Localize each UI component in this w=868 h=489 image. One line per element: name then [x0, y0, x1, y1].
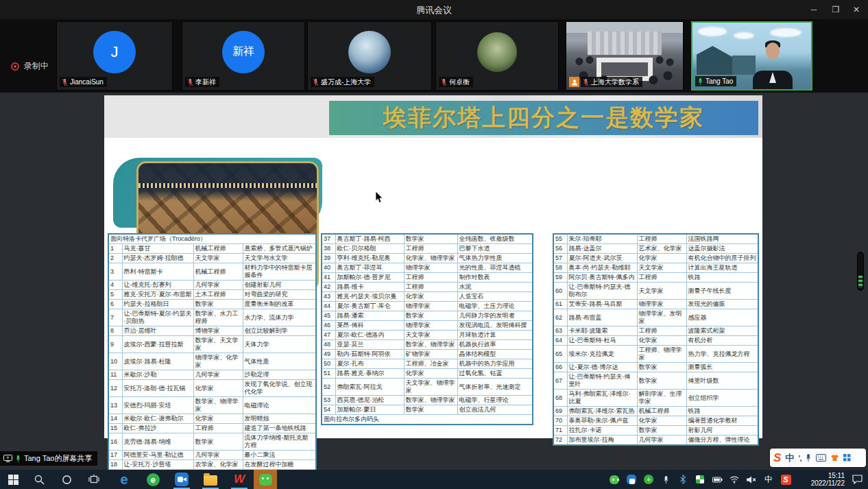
- mic-on-icon: [697, 77, 703, 86]
- participant-tile[interactable]: 何卓衡: [435, 21, 559, 91]
- participant-tile[interactable]: J JiancaiSun: [56, 21, 173, 91]
- tray-updater-icon[interactable]: +: [643, 474, 654, 485]
- mic-muted-icon: [313, 78, 319, 86]
- search-button[interactable]: [27, 470, 51, 489]
- table-row: 53西莫恩·德尼·泊松数学家、物理学家电磁学、行星理论: [322, 396, 533, 405]
- tray-mic-icon[interactable]: [660, 474, 671, 485]
- taskbar-clock[interactable]: 15:11 2022/11/22: [811, 472, 845, 487]
- task-view-button[interactable]: [82, 470, 106, 489]
- participant-name: Tang Tao: [706, 76, 733, 86]
- cortana-button[interactable]: [55, 470, 78, 489]
- mic-muted-icon: [187, 78, 193, 86]
- ime-punctuation-toggle[interactable]: ’,: [798, 454, 801, 462]
- table-row: 57夏尔-阿道夫·武尔茨化学家有机化合物中的原子排列: [553, 254, 758, 263]
- table-row: 12安托万-洛朗·德·拉瓦锡化学家发现了氧化学说、创立现代化学: [108, 380, 316, 397]
- action-center-button[interactable]: [852, 475, 863, 487]
- table-row: 66让-夏尔·德·博尔达数学家测量弧长: [553, 363, 758, 372]
- video-strip: 录制中 J JiancaiSun 新祥 李新祥 盛万成-上海大学 何卓衡: [0, 19, 868, 93]
- table-row: 58奥本·尚·约瑟夫·勒维耶天文学家计算出海王星轨道: [553, 263, 758, 273]
- maximize-button[interactable]: ❐: [825, 0, 846, 19]
- table-row: 38欧仁·贝尔格朗工程师巴黎下水道: [322, 244, 533, 254]
- person-icon: [571, 79, 578, 86]
- wechat-button-active[interactable]: [254, 470, 277, 489]
- participant-name: 盛万成-上海大学: [321, 77, 371, 87]
- decor-shape: [113, 158, 322, 228]
- ime-toolbox-icon[interactable]: [843, 454, 851, 462]
- window-title: 腾讯会议: [0, 4, 868, 16]
- table-row: 72加布里埃尔·拉梅几何学家偏微分方程、弹性理论: [553, 436, 758, 446]
- browser-360-button[interactable]: e: [141, 470, 165, 489]
- table-row: 61艾蒂安-路易·马吕斯物理学家发现光的偏振: [553, 300, 758, 309]
- scientists-table: 55朱尔·珀蒂耶工程师法国铁路网56路易·达盖尔艺术家、化学家达盖尔摄影法57夏…: [553, 233, 759, 446]
- sogou-logo-icon[interactable]: S: [773, 452, 781, 464]
- participant-tile[interactable]: 盛万成-上海大学: [307, 21, 432, 91]
- table-row: 39亨利·维克托·勒尼奥化学家、物理学家气体热力学性质: [322, 254, 533, 263]
- table-row: 18让-安托万·沙普塔农学家、化学家在发酵过程中加糖: [108, 460, 316, 470]
- table-row: 54加斯帕尔·蒙日数学家创立画法几何: [322, 405, 533, 415]
- table-row: 10皮埃尔·路易·杜隆物理学家、化学家气体性质: [108, 353, 316, 370]
- participant-name: JiancaiSun: [70, 77, 104, 87]
- search-icon: [34, 475, 45, 485]
- participant-name: 上海大学数学系: [591, 77, 639, 87]
- tencent-meeting-taskbar-button[interactable]: [170, 470, 193, 489]
- mic-muted-icon: [583, 78, 589, 86]
- file-explorer-button[interactable]: [199, 470, 222, 489]
- cortana-icon: [62, 475, 72, 485]
- recording-indicator: 录制中: [11, 60, 49, 72]
- task-view-icon: [88, 475, 99, 484]
- screen-share-icon: [3, 455, 12, 462]
- participant-name: 李新祥: [195, 77, 216, 87]
- table-row: 49勒内·茹斯特·阿羽依矿物学家晶体结构模型: [322, 350, 533, 359]
- wps-office-button[interactable]: W: [228, 470, 251, 489]
- share-banner-label: Tang Tao的屏幕共享: [24, 453, 92, 464]
- table-row: 55朱尔·珀蒂耶工程师法国铁路网: [553, 234, 758, 244]
- table-row: 4让-维克托·彭赛列几何学家创建射影几何: [108, 281, 316, 290]
- table-row: 3昂利·特雷斯卡机械工程师材料力学中的特雷斯卡屈服条件: [108, 263, 316, 281]
- table-row: 62路易·布雷盖物理学家、发明家感应器: [553, 309, 758, 326]
- close-button[interactable]: ✕: [846, 0, 867, 19]
- table-caption-row: 面向拉布尔多内码头: [322, 415, 533, 425]
- tray-sogou-icon[interactable]: S: [780, 474, 791, 485]
- minimize-button[interactable]: ─: [804, 0, 824, 19]
- tray-meeting-icon[interactable]: [626, 474, 637, 485]
- tray-wechat-icon[interactable]: [609, 474, 620, 485]
- notification-icon: [852, 475, 863, 484]
- tray-antivirus-icon[interactable]: [695, 474, 706, 485]
- tray-volume-muted-icon[interactable]: [746, 474, 757, 485]
- table-row: 64让-巴蒂斯特·杜马化学家有机分析: [553, 336, 758, 346]
- tray-battery-icon[interactable]: [712, 474, 723, 485]
- screen-share-banner: Tang Tao的屏幕共享: [0, 451, 97, 466]
- edge-browser-button[interactable]: e: [112, 470, 136, 489]
- ime-keyboard-icon[interactable]: [816, 454, 826, 462]
- system-tray: + 中 S: [609, 470, 791, 489]
- ime-skin-icon[interactable]: [830, 454, 839, 462]
- table-row: 63卡米耶·波隆索工程师波隆索式桁架: [553, 326, 758, 336]
- table-row: 7让-巴蒂斯特-夏尔-约瑟夫·贝朗热数学家、水力工程师水力学、流体力学: [108, 309, 316, 326]
- ime-mode-chinese[interactable]: 中: [785, 452, 794, 464]
- mic-on-icon: [15, 455, 21, 463]
- clock-time: 15:11: [811, 472, 845, 479]
- tray-bluetooth-icon[interactable]: [677, 474, 688, 485]
- avatar: J: [93, 31, 136, 73]
- table-row: 47夏尔-欧仁·德洛内天文学家月球轨道计算: [322, 331, 533, 340]
- slide-title: 埃菲尔塔上四分之一是数学家: [383, 102, 704, 134]
- table-row: 41加斯帕尔·德·普罗尼工程师制作对数表: [322, 273, 533, 283]
- tray-input-language[interactable]: 中: [763, 474, 774, 485]
- scroll-indicator[interactable]: [857, 252, 864, 291]
- tray-wifi-icon[interactable]: [729, 474, 740, 485]
- table-row: 9皮埃尔-西蒙·拉普拉斯数学家、天文学家天体力学: [108, 336, 316, 353]
- table-row: 69弗朗索瓦·泽维尔·索瓦热机械工程师铁路: [553, 407, 758, 416]
- start-button[interactable]: [1, 470, 25, 489]
- participant-tile-active-speaker[interactable]: Tang Tao: [691, 21, 812, 91]
- room-mode-badge: [569, 77, 579, 87]
- participant-name: 何卓衡: [449, 77, 470, 87]
- table-row: 46莱昂·傅科物理学家发现涡电流、发明傅科摆: [322, 321, 533, 331]
- table-row: 37奥古斯丁·路易·柯西数学家全纯函数、收敛级数: [322, 234, 533, 244]
- participant-tile[interactable]: 新祥 李新祥: [182, 21, 305, 91]
- table-row: 71拉扎尔·卡诺数学家射影几何: [553, 426, 758, 436]
- avatar: 新祥: [222, 31, 265, 73]
- participant-tile[interactable]: 上海大学数学系: [566, 21, 684, 91]
- ime-voice-icon[interactable]: [805, 453, 812, 462]
- table-row: 13安德烈-玛丽·安培数学家、物理学家电磁理论: [108, 397, 316, 414]
- scientists-table: 37奥古斯丁·路易·柯西数学家全纯函数、收敛级数38欧仁·贝尔格朗工程师巴黎下水…: [321, 233, 533, 425]
